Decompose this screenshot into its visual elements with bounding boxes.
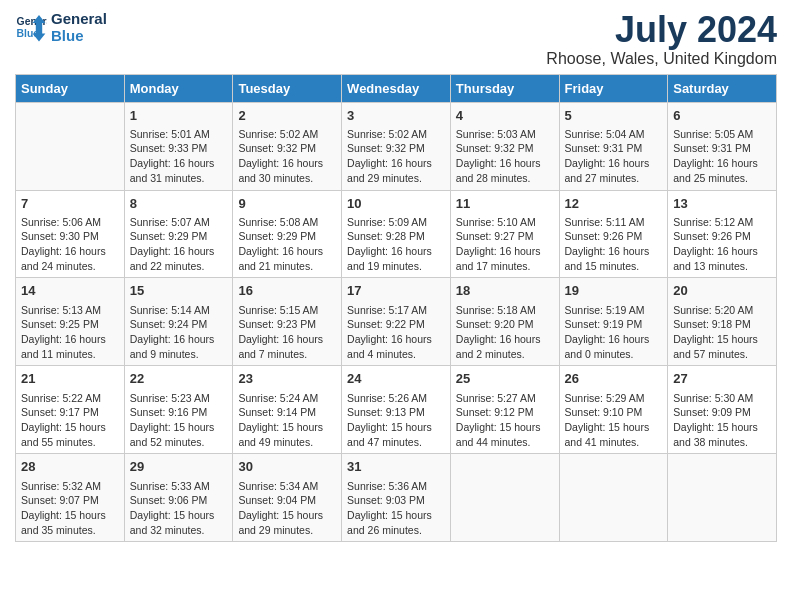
day-number: 26 bbox=[565, 370, 663, 388]
calendar-cell: 11Sunrise: 5:10 AM Sunset: 9:27 PM Dayli… bbox=[450, 190, 559, 278]
calendar-cell: 5Sunrise: 5:04 AM Sunset: 9:31 PM Daylig… bbox=[559, 102, 668, 190]
day-info: Sunrise: 5:30 AM Sunset: 9:09 PM Dayligh… bbox=[673, 391, 771, 450]
calendar-cell: 4Sunrise: 5:03 AM Sunset: 9:32 PM Daylig… bbox=[450, 102, 559, 190]
day-number: 3 bbox=[347, 107, 445, 125]
day-info: Sunrise: 5:34 AM Sunset: 9:04 PM Dayligh… bbox=[238, 479, 336, 538]
calendar-cell: 27Sunrise: 5:30 AM Sunset: 9:09 PM Dayli… bbox=[668, 366, 777, 454]
day-number: 7 bbox=[21, 195, 119, 213]
day-number: 23 bbox=[238, 370, 336, 388]
calendar-cell: 21Sunrise: 5:22 AM Sunset: 9:17 PM Dayli… bbox=[16, 366, 125, 454]
calendar-cell: 9Sunrise: 5:08 AM Sunset: 9:29 PM Daylig… bbox=[233, 190, 342, 278]
day-info: Sunrise: 5:10 AM Sunset: 9:27 PM Dayligh… bbox=[456, 215, 554, 274]
logo: General Blue General Blue bbox=[15, 10, 107, 44]
calendar-cell: 3Sunrise: 5:02 AM Sunset: 9:32 PM Daylig… bbox=[342, 102, 451, 190]
calendar-cell: 31Sunrise: 5:36 AM Sunset: 9:03 PM Dayli… bbox=[342, 454, 451, 542]
weekday-header-saturday: Saturday bbox=[668, 74, 777, 102]
calendar-cell: 16Sunrise: 5:15 AM Sunset: 9:23 PM Dayli… bbox=[233, 278, 342, 366]
calendar-cell: 19Sunrise: 5:19 AM Sunset: 9:19 PM Dayli… bbox=[559, 278, 668, 366]
day-number: 9 bbox=[238, 195, 336, 213]
calendar-cell: 17Sunrise: 5:17 AM Sunset: 9:22 PM Dayli… bbox=[342, 278, 451, 366]
day-info: Sunrise: 5:14 AM Sunset: 9:24 PM Dayligh… bbox=[130, 303, 228, 362]
day-number: 11 bbox=[456, 195, 554, 213]
day-info: Sunrise: 5:03 AM Sunset: 9:32 PM Dayligh… bbox=[456, 127, 554, 186]
day-number: 18 bbox=[456, 282, 554, 300]
weekday-header-wednesday: Wednesday bbox=[342, 74, 451, 102]
calendar-cell: 30Sunrise: 5:34 AM Sunset: 9:04 PM Dayli… bbox=[233, 454, 342, 542]
day-info: Sunrise: 5:06 AM Sunset: 9:30 PM Dayligh… bbox=[21, 215, 119, 274]
day-info: Sunrise: 5:17 AM Sunset: 9:22 PM Dayligh… bbox=[347, 303, 445, 362]
day-number: 25 bbox=[456, 370, 554, 388]
day-number: 30 bbox=[238, 458, 336, 476]
title-area: July 2024 Rhoose, Wales, United Kingdom bbox=[546, 10, 777, 68]
day-info: Sunrise: 5:33 AM Sunset: 9:06 PM Dayligh… bbox=[130, 479, 228, 538]
calendar-cell bbox=[668, 454, 777, 542]
day-info: Sunrise: 5:11 AM Sunset: 9:26 PM Dayligh… bbox=[565, 215, 663, 274]
day-number: 13 bbox=[673, 195, 771, 213]
calendar-cell: 6Sunrise: 5:05 AM Sunset: 9:31 PM Daylig… bbox=[668, 102, 777, 190]
calendar-cell: 10Sunrise: 5:09 AM Sunset: 9:28 PM Dayli… bbox=[342, 190, 451, 278]
day-number: 19 bbox=[565, 282, 663, 300]
day-number: 21 bbox=[21, 370, 119, 388]
day-number: 2 bbox=[238, 107, 336, 125]
calendar-cell: 7Sunrise: 5:06 AM Sunset: 9:30 PM Daylig… bbox=[16, 190, 125, 278]
day-number: 28 bbox=[21, 458, 119, 476]
month-year-title: July 2024 bbox=[546, 10, 777, 50]
calendar-cell: 12Sunrise: 5:11 AM Sunset: 9:26 PM Dayli… bbox=[559, 190, 668, 278]
logo-general: General bbox=[51, 10, 107, 27]
day-number: 29 bbox=[130, 458, 228, 476]
day-number: 4 bbox=[456, 107, 554, 125]
day-number: 22 bbox=[130, 370, 228, 388]
weekday-header-sunday: Sunday bbox=[16, 74, 125, 102]
calendar-week-1: 1Sunrise: 5:01 AM Sunset: 9:33 PM Daylig… bbox=[16, 102, 777, 190]
calendar-cell bbox=[559, 454, 668, 542]
weekday-header-tuesday: Tuesday bbox=[233, 74, 342, 102]
weekday-header-thursday: Thursday bbox=[450, 74, 559, 102]
calendar-cell: 14Sunrise: 5:13 AM Sunset: 9:25 PM Dayli… bbox=[16, 278, 125, 366]
calendar-cell bbox=[450, 454, 559, 542]
day-info: Sunrise: 5:36 AM Sunset: 9:03 PM Dayligh… bbox=[347, 479, 445, 538]
day-number: 17 bbox=[347, 282, 445, 300]
weekday-header-friday: Friday bbox=[559, 74, 668, 102]
day-number: 20 bbox=[673, 282, 771, 300]
day-info: Sunrise: 5:27 AM Sunset: 9:12 PM Dayligh… bbox=[456, 391, 554, 450]
day-number: 24 bbox=[347, 370, 445, 388]
day-info: Sunrise: 5:09 AM Sunset: 9:28 PM Dayligh… bbox=[347, 215, 445, 274]
logo-icon: General Blue bbox=[15, 11, 47, 43]
day-number: 27 bbox=[673, 370, 771, 388]
calendar-week-3: 14Sunrise: 5:13 AM Sunset: 9:25 PM Dayli… bbox=[16, 278, 777, 366]
day-info: Sunrise: 5:13 AM Sunset: 9:25 PM Dayligh… bbox=[21, 303, 119, 362]
calendar-week-5: 28Sunrise: 5:32 AM Sunset: 9:07 PM Dayli… bbox=[16, 454, 777, 542]
calendar-cell: 24Sunrise: 5:26 AM Sunset: 9:13 PM Dayli… bbox=[342, 366, 451, 454]
calendar-cell: 18Sunrise: 5:18 AM Sunset: 9:20 PM Dayli… bbox=[450, 278, 559, 366]
day-number: 15 bbox=[130, 282, 228, 300]
day-number: 16 bbox=[238, 282, 336, 300]
logo-blue: Blue bbox=[51, 27, 107, 44]
calendar-cell: 29Sunrise: 5:33 AM Sunset: 9:06 PM Dayli… bbox=[124, 454, 233, 542]
calendar-week-2: 7Sunrise: 5:06 AM Sunset: 9:30 PM Daylig… bbox=[16, 190, 777, 278]
day-number: 31 bbox=[347, 458, 445, 476]
day-info: Sunrise: 5:22 AM Sunset: 9:17 PM Dayligh… bbox=[21, 391, 119, 450]
day-number: 6 bbox=[673, 107, 771, 125]
day-info: Sunrise: 5:07 AM Sunset: 9:29 PM Dayligh… bbox=[130, 215, 228, 274]
calendar-week-4: 21Sunrise: 5:22 AM Sunset: 9:17 PM Dayli… bbox=[16, 366, 777, 454]
day-number: 14 bbox=[21, 282, 119, 300]
day-info: Sunrise: 5:18 AM Sunset: 9:20 PM Dayligh… bbox=[456, 303, 554, 362]
weekday-header-monday: Monday bbox=[124, 74, 233, 102]
day-info: Sunrise: 5:05 AM Sunset: 9:31 PM Dayligh… bbox=[673, 127, 771, 186]
calendar-cell: 28Sunrise: 5:32 AM Sunset: 9:07 PM Dayli… bbox=[16, 454, 125, 542]
calendar-cell: 25Sunrise: 5:27 AM Sunset: 9:12 PM Dayli… bbox=[450, 366, 559, 454]
location-subtitle: Rhoose, Wales, United Kingdom bbox=[546, 50, 777, 68]
day-info: Sunrise: 5:32 AM Sunset: 9:07 PM Dayligh… bbox=[21, 479, 119, 538]
day-info: Sunrise: 5:02 AM Sunset: 9:32 PM Dayligh… bbox=[347, 127, 445, 186]
calendar-cell: 1Sunrise: 5:01 AM Sunset: 9:33 PM Daylig… bbox=[124, 102, 233, 190]
day-info: Sunrise: 5:23 AM Sunset: 9:16 PM Dayligh… bbox=[130, 391, 228, 450]
calendar-table: SundayMondayTuesdayWednesdayThursdayFrid… bbox=[15, 74, 777, 543]
calendar-cell: 20Sunrise: 5:20 AM Sunset: 9:18 PM Dayli… bbox=[668, 278, 777, 366]
day-info: Sunrise: 5:01 AM Sunset: 9:33 PM Dayligh… bbox=[130, 127, 228, 186]
calendar-cell bbox=[16, 102, 125, 190]
day-number: 5 bbox=[565, 107, 663, 125]
calendar-cell: 26Sunrise: 5:29 AM Sunset: 9:10 PM Dayli… bbox=[559, 366, 668, 454]
calendar-cell: 22Sunrise: 5:23 AM Sunset: 9:16 PM Dayli… bbox=[124, 366, 233, 454]
day-info: Sunrise: 5:15 AM Sunset: 9:23 PM Dayligh… bbox=[238, 303, 336, 362]
weekday-header-row: SundayMondayTuesdayWednesdayThursdayFrid… bbox=[16, 74, 777, 102]
